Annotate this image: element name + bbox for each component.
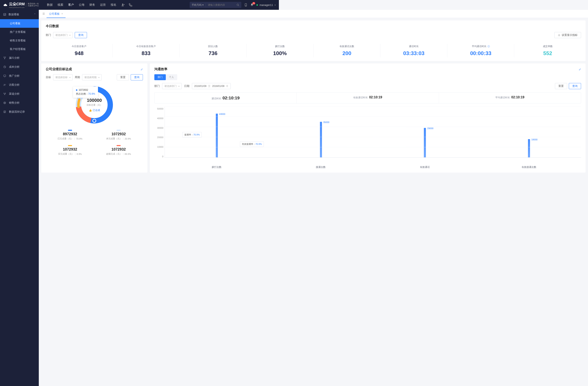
svg-point-7	[4, 84, 5, 85]
anno-effective-rate: 有效接通率：70.9%	[240, 141, 264, 147]
tabs-bar: ☰ 公司看板 ✕	[39, 10, 279, 18]
sidebar-item[interactable]: 客户经理看板	[0, 45, 39, 54]
search-group: 手机号码 ▾	[190, 2, 241, 8]
query-button[interactable]: 查询	[131, 74, 143, 80]
donut-tooltip: 1072932 所占比例：70.9%	[73, 86, 98, 98]
bar: 43000	[216, 114, 218, 157]
app-header: 云朵CRM www.yunduocrm.com 教育机构一站式服务云平台 数据线…	[0, 0, 279, 10]
nav-item[interactable]: 报名	[111, 0, 116, 10]
reset-button[interactable]: 重置	[117, 74, 129, 80]
top-nav: 数据线索客户公海财务运营报名	[47, 0, 116, 10]
add-user-icon[interactable]	[121, 3, 125, 7]
bar-value: 43000	[219, 113, 225, 115]
svg-point-19	[93, 119, 96, 122]
target-select[interactable]: 请选择目标▾	[53, 74, 73, 80]
comm-dept-select[interactable]: 请选择部门▾	[162, 83, 182, 89]
chevron-down-icon: ▾	[274, 4, 276, 6]
sidebar-item[interactable]: 访客分析	[0, 80, 39, 89]
stat: 通话时长02:10:19	[155, 93, 279, 103]
sidebar-item[interactable]: 公司看板	[0, 19, 39, 28]
dept-select[interactable]: 请选择部门▾	[53, 32, 73, 38]
metric: 今日首咨客户948	[46, 44, 113, 57]
close-icon[interactable]: ✕	[61, 12, 63, 15]
filter-icon	[3, 57, 6, 59]
tab-company-dashboard[interactable]: 公司看板 ✕	[46, 10, 65, 18]
sidebar-group-dashboard[interactable]: 数据看板 ˄	[0, 10, 39, 19]
sidebar-item[interactable]: 成本分析	[0, 62, 39, 71]
sidebar-item[interactable]: 销售分析	[0, 98, 39, 107]
bell-icon[interactable]: 5	[250, 3, 253, 6]
goal-title: 公司业绩目标达成	[46, 67, 72, 71]
flow-icon	[3, 110, 6, 113]
bar-col: 43000	[165, 107, 269, 157]
period-label: 周期	[75, 76, 80, 79]
visitor-icon	[3, 83, 6, 86]
legend-item: 8972932已完成量（元）70.9%	[46, 127, 94, 143]
brand-name: 云朵CRM	[9, 2, 25, 6]
nav-item[interactable]: 客户	[68, 0, 74, 10]
sidebar-item[interactable]: 销售主管看板	[0, 36, 39, 45]
nav-item[interactable]: 财务	[89, 0, 95, 10]
sidebar-item[interactable]: 数据流转记录	[0, 107, 39, 116]
donut-center-sub: 目标总量（元）	[86, 103, 102, 107]
tab-personal[interactable]: 个人	[166, 74, 177, 80]
dashboard-icon	[3, 13, 6, 16]
brand-sub: 教育机构一站式服务云平台	[26, 3, 39, 7]
nav-item[interactable]: 公海	[79, 0, 84, 10]
comm-title: 沟通效率	[154, 67, 168, 71]
metric: 回访人数736	[180, 44, 247, 57]
goal-panel: 公司业绩目标达成 ⤢ 目标 请选择目标▾ 周期 请选择周期▾ 重置 查询	[41, 63, 147, 173]
nav-item[interactable]: 线索	[58, 0, 63, 10]
tab-dept[interactable]: 部门	[154, 74, 166, 80]
svg-point-1	[237, 4, 239, 5]
x-label: 接通次数	[269, 164, 279, 169]
today-card: 今日数据 部门 请选择部门▾ 查询 设置显示指标 今日首咨客户948今日有效首咨…	[41, 20, 279, 61]
donut-chart: 100000 目标总量（元） 👍 已达成 1072932 所占比例：70.9%	[74, 84, 115, 125]
svg-point-3	[246, 5, 246, 6]
sales-icon	[3, 101, 6, 104]
bar-chart: 50000400003000020000100000 4300035000290…	[154, 107, 279, 164]
query-button[interactable]: 查询	[75, 32, 87, 38]
user-menu[interactable]: manager11 ▾	[256, 3, 276, 6]
svg-point-10	[4, 94, 5, 95]
donut-center-value: 100000	[86, 98, 102, 103]
date-label: 日期	[184, 84, 189, 88]
nav-item[interactable]: 数据	[47, 0, 53, 10]
brand-url: www.yunduocrm.com	[9, 6, 25, 8]
sidebar-item[interactable]: 推广主管看板	[0, 28, 39, 36]
brand-logo: 云朵CRM www.yunduocrm.com 教育机构一站式服务云平台	[3, 2, 39, 8]
search-button[interactable]	[234, 3, 241, 6]
main-content: 今日数据 部门 请选择部门▾ 查询 设置显示指标 今日首咨客户948今日有效首咨…	[39, 18, 279, 183]
svg-point-8	[4, 93, 4, 93]
svg-point-9	[5, 93, 5, 93]
comm-panel: 沟通效率 ⤢ 部门 个人 部门 请选择部门▾ 日期 2018/01/08 至 2…	[150, 63, 279, 173]
x-label: 拨打次数	[165, 164, 269, 169]
sidebar: 数据看板 ˄ 公司看板推广主管看板销售主管看板客户经理看板 漏斗分析成本分析推广…	[0, 10, 39, 183]
search-input[interactable]	[206, 3, 234, 6]
target-label: 目标	[46, 76, 51, 79]
svg-point-12	[4, 102, 5, 103]
svg-rect-4	[4, 14, 6, 16]
sidebar-item[interactable]: 推广分析	[0, 71, 39, 80]
chevron-down-icon: ▾	[178, 85, 179, 87]
expand-icon[interactable]: ⤢	[141, 68, 143, 71]
sidebar-item[interactable]: 渠道分析	[0, 89, 39, 98]
dept-label: 部门	[154, 84, 160, 88]
anno-connect-rate: 接通率：70.9%	[182, 132, 202, 137]
period-select[interactable]: 请选择周期▾	[82, 74, 102, 80]
search-type-select[interactable]: 手机号码 ▾	[190, 3, 206, 7]
bar-col: 35000	[269, 107, 279, 157]
today-title: 今日数据	[46, 24, 279, 28]
nav-item[interactable]: 运营	[100, 0, 106, 10]
hamburger-icon[interactable]: ☰	[41, 11, 46, 17]
cost-icon	[3, 65, 6, 68]
comm-tabs: 部门 个人	[154, 74, 177, 80]
sidebar-item[interactable]: 漏斗分析	[0, 54, 39, 62]
mobile-icon[interactable]	[244, 3, 248, 6]
notif-badge: 5	[252, 2, 255, 4]
calendar-icon: 🗓	[226, 85, 229, 88]
phone-icon[interactable]	[129, 3, 132, 7]
date-range-picker[interactable]: 2018/01/08 至 2018/01/08 🗓	[192, 83, 231, 89]
chevron-down-icon: ▾	[69, 76, 70, 78]
thumb-up-icon: 👍	[89, 109, 92, 112]
